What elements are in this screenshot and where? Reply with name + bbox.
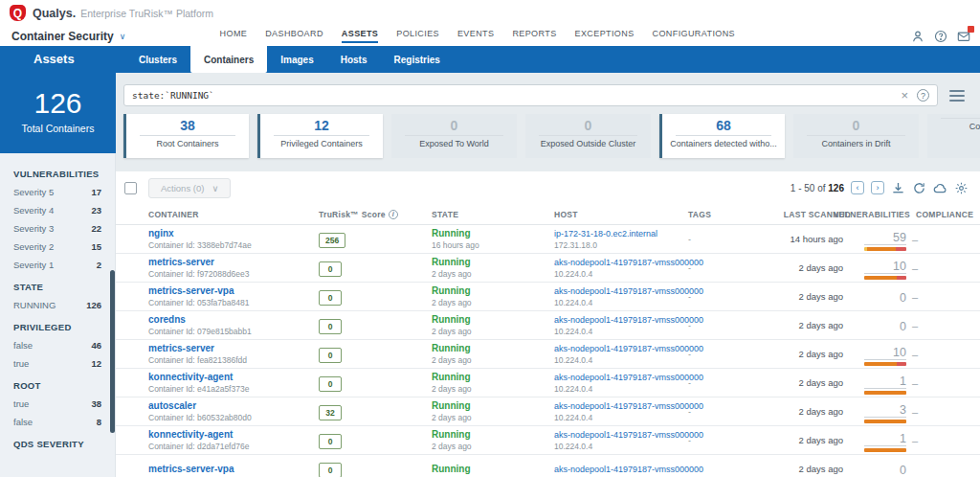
facet-item[interactable]: false8 bbox=[13, 417, 101, 427]
refresh-icon[interactable] bbox=[912, 181, 926, 195]
tab-clusters[interactable]: Clusters bbox=[125, 46, 190, 73]
prev-page-button[interactable]: ‹ bbox=[851, 181, 864, 194]
state-value: Running bbox=[432, 343, 554, 353]
col-host[interactable]: HOST bbox=[554, 210, 688, 219]
state-cell: Running bbox=[432, 464, 554, 474]
next-page-button[interactable]: › bbox=[871, 181, 884, 194]
tab-hosts[interactable]: Hosts bbox=[327, 46, 381, 73]
tab-containers[interactable]: Containers bbox=[190, 46, 267, 73]
stat-card[interactable]: 0Containers in Drift bbox=[793, 114, 919, 158]
table-row[interactable]: autoscalerContainer Id: b60532ab80d032Ru… bbox=[116, 398, 980, 426]
module-switcher[interactable]: Container Security ∨ bbox=[11, 30, 125, 43]
sidebar-scrollbar[interactable] bbox=[110, 270, 115, 433]
search-help-icon[interactable]: ? bbox=[917, 89, 929, 102]
host-cell: aks-nodepool1-41979187-vmss00000010.224.… bbox=[554, 430, 688, 451]
host-ip: 10.224.0.4 bbox=[554, 355, 688, 365]
col-container[interactable]: CONTAINER bbox=[148, 210, 319, 219]
menu-icon[interactable] bbox=[949, 90, 965, 102]
container-name-link[interactable]: metrics-server-vpa bbox=[148, 285, 319, 296]
container-name-link[interactable]: metrics-server-vpa bbox=[148, 464, 319, 474]
stat-card-divider bbox=[941, 118, 980, 119]
nav-item-reports[interactable]: REPORTS bbox=[512, 29, 556, 43]
host-link[interactable]: aks-nodepool1-41979187-vmss000000 bbox=[554, 315, 688, 325]
host-link[interactable]: aks-nodepool1-41979187-vmss000000 bbox=[554, 401, 688, 411]
clear-search-icon[interactable]: × bbox=[901, 88, 908, 102]
nav-item-configurations[interactable]: CONFIGURATIONS bbox=[653, 29, 735, 43]
settings-gear-icon[interactable] bbox=[954, 181, 969, 195]
col-vulnerabilities[interactable]: VULNERABILITIES bbox=[853, 210, 912, 219]
host-link[interactable]: aks-nodepool1-41979187-vmss000000 bbox=[554, 373, 688, 382]
select-all-checkbox[interactable] bbox=[124, 182, 137, 194]
stat-card[interactable]: Containers bbox=[927, 114, 980, 158]
table-row[interactable]: konnectivity-agentContainer Id: d2da71ef… bbox=[116, 426, 980, 455]
facet-item[interactable]: Severity 215 bbox=[13, 241, 101, 252]
col-trurisk-score[interactable]: TruRisk™ Scorei bbox=[319, 210, 432, 219]
facet-item[interactable]: false46 bbox=[13, 340, 101, 351]
container-name-link[interactable]: konnectivity-agent bbox=[148, 429, 319, 440]
host-link[interactable]: aks-nodepool1-41979187-vmss000000 bbox=[554, 430, 688, 440]
nav-item-exceptions[interactable]: EXCEPTIONS bbox=[575, 29, 635, 43]
facet-item[interactable]: Severity 322 bbox=[13, 223, 101, 234]
notifications-icon[interactable] bbox=[957, 30, 970, 43]
stat-card[interactable]: 12Privileged Containers bbox=[257, 114, 383, 158]
tab-registries[interactable]: Registries bbox=[381, 46, 454, 73]
facet-item[interactable]: true38 bbox=[13, 398, 101, 409]
vulnerability-count: 1 bbox=[864, 432, 906, 446]
facet-item[interactable]: Severity 517 bbox=[13, 187, 101, 197]
table-row[interactable]: nginxContainer Id: 3388eb7d74ae256Runnin… bbox=[116, 225, 980, 254]
table-row[interactable]: metrics-serverContainer Id: fea821386fdd… bbox=[116, 340, 980, 369]
nav-item-policies[interactable]: POLICIES bbox=[396, 29, 439, 43]
container-name-link[interactable]: autoscaler bbox=[148, 400, 319, 411]
nav-item-home[interactable]: HOME bbox=[220, 29, 248, 43]
severity-bar-segment bbox=[864, 448, 906, 452]
col-state[interactable]: STATE bbox=[432, 210, 554, 219]
col-tags[interactable]: TAGS bbox=[688, 210, 757, 219]
nav-item-events[interactable]: EVENTS bbox=[457, 29, 494, 43]
facet-item[interactable]: Severity 12 bbox=[13, 260, 101, 270]
actions-button[interactable]: Actions (0) ∨ bbox=[148, 178, 231, 198]
table-row[interactable]: konnectivity-agentContainer Id: e41a2a5f… bbox=[116, 369, 980, 398]
table-row[interactable]: corednsContainer Id: 079e815babb10Runnin… bbox=[116, 311, 980, 340]
host-link[interactable]: aks-nodepool1-41979187-vmss000000 bbox=[554, 286, 688, 296]
container-cell: konnectivity-agentContainer Id: e41a2a5f… bbox=[148, 372, 319, 394]
container-name-link[interactable]: metrics-server bbox=[148, 343, 319, 353]
compliance-cell: – bbox=[912, 435, 980, 446]
host-link[interactable]: aks-nodepool1-41979187-vmss000000 bbox=[554, 465, 688, 474]
facet-item[interactable]: true12 bbox=[13, 358, 101, 369]
container-name-link[interactable]: konnectivity-agent bbox=[148, 372, 319, 382]
col-compliance[interactable]: COMPLIANCE bbox=[912, 210, 980, 219]
facet-item[interactable]: Severity 423 bbox=[13, 205, 101, 216]
stat-card-label: Containers detected witho... bbox=[662, 139, 785, 148]
tab-images[interactable]: Images bbox=[267, 46, 326, 73]
container-name-link[interactable]: nginx bbox=[148, 228, 319, 238]
host-link[interactable]: aks-nodepool1-41979187-vmss000000 bbox=[554, 344, 688, 353]
info-icon[interactable]: i bbox=[389, 210, 398, 219]
nav-item-assets[interactable]: ASSETS bbox=[342, 29, 378, 43]
table-row[interactable]: metrics-server-vpaContainer Id: 053fa7ba… bbox=[116, 283, 980, 311]
container-name-link[interactable]: coredns bbox=[148, 314, 319, 325]
stat-card[interactable]: 0Exposed To World bbox=[391, 114, 517, 158]
container-cell: autoscalerContainer Id: b60532ab80d0 bbox=[148, 400, 319, 422]
host-link[interactable]: aks-nodepool1-41979187-vmss000000 bbox=[554, 258, 688, 267]
facet-item-count: 38 bbox=[91, 398, 101, 409]
search-box[interactable]: state:`RUNNING` × ? bbox=[123, 84, 938, 106]
container-name-link[interactable]: metrics-server bbox=[148, 257, 319, 267]
facet-item[interactable]: RUNNING126 bbox=[13, 300, 101, 310]
stat-card[interactable]: 0Exposed Outside Cluster bbox=[525, 114, 651, 158]
table-row[interactable]: metrics-server-vpa0Runningaks-nodepool1-… bbox=[116, 455, 980, 477]
cloud-icon[interactable] bbox=[933, 181, 947, 195]
container-id: Container Id: fea821386fdd bbox=[148, 355, 319, 365]
user-icon[interactable] bbox=[911, 30, 924, 43]
host-cell: aks-nodepool1-41979187-vmss00000010.224.… bbox=[554, 344, 688, 365]
host-ip: 10.224.0.4 bbox=[554, 413, 688, 422]
severity-bar-segment bbox=[896, 247, 906, 251]
search-input[interactable]: state:`RUNNING` bbox=[132, 90, 901, 101]
nav-item-dashboard[interactable]: DASHBOARD bbox=[265, 29, 323, 43]
help-icon[interactable] bbox=[934, 30, 947, 43]
host-link[interactable]: ip-172-31-18-0.ec2.internal bbox=[554, 229, 688, 238]
download-icon[interactable] bbox=[891, 181, 905, 195]
last-scanned-cell: 2 days ago bbox=[757, 349, 853, 359]
stat-card[interactable]: 38Root Containers bbox=[123, 114, 249, 158]
stat-card[interactable]: 68Containers detected witho... bbox=[659, 114, 785, 158]
table-row[interactable]: metrics-serverContainer Id: f972088d6ee3… bbox=[116, 254, 980, 283]
